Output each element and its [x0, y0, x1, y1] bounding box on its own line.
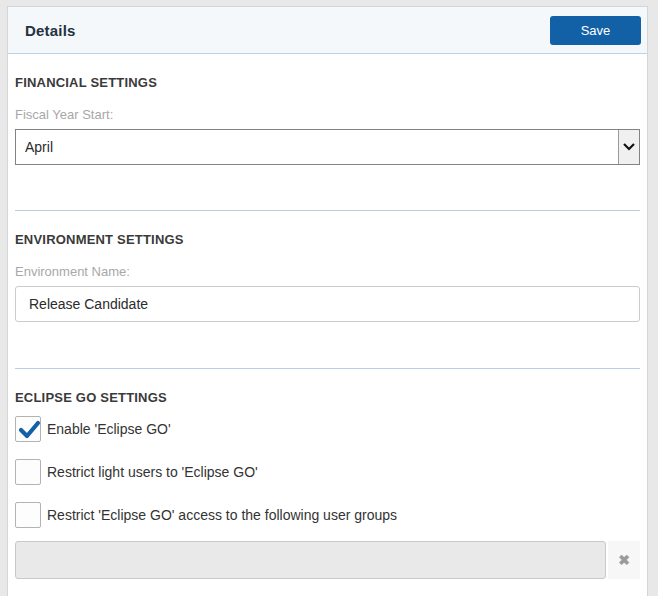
fiscal-year-select[interactable]: April — [15, 129, 640, 165]
checkbox-label: Restrict light users to 'Eclipse GO' — [47, 464, 258, 480]
enable-eclipse-go-checkbox[interactable] — [15, 416, 41, 442]
restrict-light-users-checkbox[interactable] — [15, 459, 41, 485]
clear-icon[interactable]: ✖ — [608, 541, 640, 579]
page-title: Details — [25, 22, 76, 39]
environment-name-label: Environment Name: — [15, 264, 640, 279]
user-groups-input[interactable] — [15, 541, 606, 579]
panel-header: Details Save — [8, 7, 647, 54]
fiscal-year-start-label: Fiscal Year Start: — [15, 107, 640, 122]
checkbox-label: Restrict 'Eclipse GO' access to the foll… — [47, 507, 397, 523]
financial-settings-heading: FINANCIAL SETTINGS — [15, 75, 640, 90]
panel-content: FINANCIAL SETTINGS Fiscal Year Start: Ap… — [8, 75, 647, 579]
section-divider — [15, 368, 640, 369]
restrict-access-groups-checkbox[interactable] — [15, 502, 41, 528]
section-divider — [15, 210, 640, 211]
user-groups-input-row: ✖ — [15, 541, 640, 579]
save-button[interactable]: Save — [550, 16, 641, 45]
checkmark-icon — [17, 418, 41, 446]
restrict-light-users-row: Restrict light users to 'Eclipse GO' — [15, 459, 640, 485]
enable-eclipse-go-row: Enable 'Eclipse GO' — [15, 416, 640, 442]
details-panel: Details Save FINANCIAL SETTINGS Fiscal Y… — [7, 6, 648, 596]
restrict-access-groups-row: Restrict 'Eclipse GO' access to the foll… — [15, 502, 640, 528]
environment-name-input[interactable] — [15, 286, 640, 322]
fiscal-year-select-wrap: April — [15, 129, 640, 165]
environment-settings-heading: ENVIRONMENT SETTINGS — [15, 232, 640, 247]
checkbox-label: Enable 'Eclipse GO' — [47, 421, 171, 437]
eclipse-go-settings-heading: ECLIPSE GO SETTINGS — [15, 390, 640, 405]
